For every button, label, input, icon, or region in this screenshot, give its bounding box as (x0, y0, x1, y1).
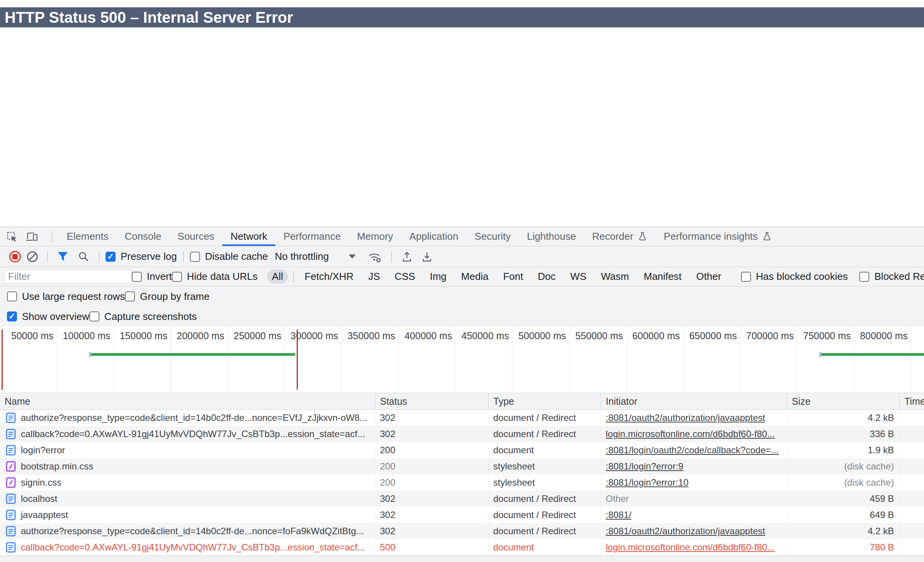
request-type-cell: document / Redirect (489, 491, 601, 507)
has-blocked-cookies-checkbox[interactable]: Has blocked cookies (741, 271, 848, 283)
checkbox-unchecked[interactable] (859, 272, 869, 282)
throttling-value: No throttling (275, 251, 329, 262)
timeline-tick: 200000 ms (171, 326, 228, 393)
request-name-cell: authorize?response_type=code&client_id=1… (0, 410, 375, 426)
device-toolbar-icon[interactable] (25, 231, 38, 242)
blocked-requests-checkbox[interactable]: Blocked Requests (859, 271, 924, 283)
filter-chip-ws[interactable]: WS (565, 269, 591, 284)
checkbox-unchecked[interactable] (172, 272, 182, 282)
search-icon[interactable] (78, 251, 89, 262)
requests-table-body: authorize?response_type=code&client_id=1… (0, 410, 924, 555)
checkbox-unchecked[interactable] (7, 291, 17, 301)
table-row[interactable]: login?error200document:8081/login/oauth2… (0, 442, 924, 458)
network-conditions-icon[interactable] (367, 251, 382, 263)
tab-label: Application (409, 231, 458, 242)
size-value: 459 B (870, 493, 894, 504)
table-row[interactable]: bootstrap.min.css200stylesheet:8081/logi… (0, 458, 924, 475)
network-overview-timeline[interactable]: 50000 ms100000 ms150000 ms200000 ms25000… (0, 326, 924, 393)
column-header-status[interactable]: Status (375, 393, 489, 409)
request-name-cell: callback?code=0.AXwAYL-91gj41UyMvVDQhW77… (0, 539, 375, 555)
document-icon (6, 510, 16, 520)
table-row[interactable]: signin.css200stylesheet:8081/login?error… (0, 475, 924, 491)
use-large-request-rows-checkbox[interactable]: Use large request rows (7, 291, 125, 303)
column-header-type[interactable]: Type (489, 393, 601, 409)
initiator-link[interactable]: :8081/oauth2/authorization/javaapptest (606, 412, 765, 423)
size-value: 336 B (870, 429, 894, 439)
filter-chip-fetch-xhr[interactable]: Fetch/XHR (299, 269, 358, 284)
column-header-initiator[interactable]: Initiator (601, 393, 787, 409)
preserve-log-checkbox[interactable]: Preserve log (106, 251, 177, 262)
filter-chip-doc[interactable]: Doc (533, 269, 561, 284)
filter-chip-img[interactable]: Img (425, 269, 451, 284)
show-overview-checkbox[interactable]: Show overview (7, 311, 89, 323)
initiator-link[interactable]: :8081/oauth2/authorization/javaapptest (606, 526, 765, 537)
panel-footer-strip (0, 555, 924, 562)
hide-data-urls-checkbox[interactable]: Hide data URLs (172, 271, 258, 283)
initiator-link[interactable]: :8081/login?error:9 (606, 461, 683, 472)
table-row[interactable]: callback?code=0.AXwAYL-91gj41UyMvVDQhW77… (0, 426, 924, 442)
checkbox-unchecked[interactable] (89, 311, 99, 321)
column-header-time[interactable]: Time (900, 393, 924, 409)
export-har-icon[interactable] (421, 251, 433, 262)
checkbox-checked[interactable] (7, 311, 17, 321)
initiator-link[interactable]: login.microsoftonline.com/d6bdbf60-f80..… (606, 429, 775, 439)
table-row[interactable]: javaapptest302document / Redirect:8081/6… (0, 507, 924, 523)
tab-sources[interactable]: Sources (170, 227, 222, 246)
tab-elements[interactable]: Elements (59, 227, 116, 246)
column-header-size[interactable]: Size (787, 393, 900, 409)
request-time-cell (900, 458, 924, 475)
table-row[interactable]: authorize?response_type=code&client_id=1… (0, 410, 924, 426)
filter-chip-media[interactable]: Media (456, 269, 494, 284)
timeline-tick: 300000 ms (285, 326, 342, 393)
filter-chip-other[interactable]: Other (691, 269, 726, 284)
tab-lighthouse[interactable]: Lighthouse (519, 227, 584, 246)
throttling-select[interactable]: No throttling (275, 251, 356, 262)
record-network-log-icon[interactable] (9, 251, 21, 262)
request-time-cell (900, 410, 924, 426)
table-row[interactable]: authorize?response_type=code&client_id=1… (0, 523, 924, 539)
import-har-icon[interactable] (401, 251, 413, 262)
group-by-frame-checkbox[interactable]: Group by frame (125, 291, 210, 303)
checkbox-unchecked[interactable] (741, 272, 751, 282)
filter-chip-wasm[interactable]: Wasm (596, 269, 634, 284)
size-value: 4.2 kB (868, 526, 894, 537)
clear-network-log-icon[interactable] (27, 251, 38, 262)
filter-chip-js[interactable]: JS (363, 269, 385, 284)
tab-network[interactable]: Network (222, 227, 275, 246)
tab-memory[interactable]: Memory (349, 227, 401, 246)
tab-performance[interactable]: Performance (276, 227, 349, 246)
checkbox-unchecked[interactable] (125, 291, 135, 301)
filter-chip-all[interactable]: All (267, 269, 288, 284)
request-type-cell: stylesheet (489, 475, 601, 491)
disable-cache-checkbox[interactable]: Disable cache (190, 251, 268, 262)
capture-screenshots-checkbox[interactable]: Capture screenshots (89, 311, 197, 323)
filter-chip-font[interactable]: Font (498, 269, 528, 284)
request-name-cell: authorize?response_type=code&client_id=1… (0, 523, 375, 539)
inspect-element-icon[interactable] (6, 231, 18, 242)
checkbox-checked[interactable] (106, 252, 116, 262)
status-value: 302 (380, 510, 395, 520)
tab-console[interactable]: Console (116, 227, 169, 246)
filter-input[interactable] (4, 270, 132, 284)
initiator-link[interactable]: :8081/login/oauth2/code/callback?code=..… (606, 445, 779, 456)
table-row[interactable]: callback?code=0.AXwAYL-91gj41UyMvVDQhW77… (0, 539, 924, 555)
initiator-link[interactable]: login.microsoftonline.com/d6bdbf60-f80..… (606, 542, 775, 553)
column-header-name[interactable]: Name (0, 393, 375, 409)
filter-chip-css[interactable]: CSS (390, 269, 420, 284)
initiator-link[interactable]: :8081/login?error:10 (606, 477, 689, 488)
request-name: bootstrap.min.css (21, 461, 93, 472)
document-glyph (6, 445, 16, 456)
filter-icon[interactable] (57, 251, 69, 262)
tab-security[interactable]: Security (467, 227, 519, 246)
checkbox-unchecked[interactable] (132, 272, 142, 282)
timeline-tick: 550000 ms (570, 326, 627, 393)
table-row[interactable]: localhost302document / RedirectOther459 … (0, 491, 924, 507)
timeline-tick: 700000 ms (740, 326, 797, 393)
checkbox-unchecked[interactable] (190, 252, 200, 262)
tab-recorder[interactable]: Recorder (584, 227, 656, 246)
tab-application[interactable]: Application (401, 227, 466, 246)
invert-filter-checkbox[interactable]: Invert (132, 271, 172, 283)
tab-performance-insights[interactable]: Performance insights (656, 227, 780, 246)
filter-chip-manifest[interactable]: Manifest (639, 269, 687, 284)
initiator-link[interactable]: :8081/ (606, 510, 632, 520)
